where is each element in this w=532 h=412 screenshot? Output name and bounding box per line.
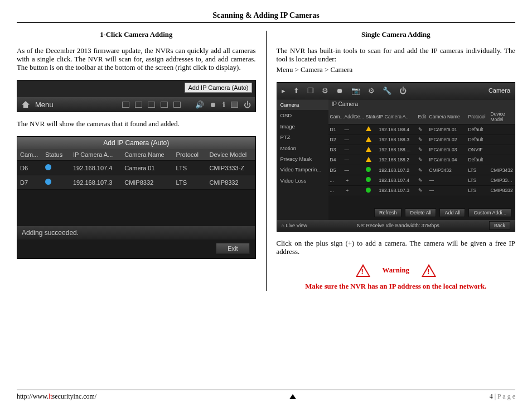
warning-triangle-icon: !	[422, 264, 436, 277]
power-icon[interactable]: ⏻	[399, 87, 407, 95]
camera-icon[interactable]: 📷	[351, 87, 360, 95]
gear2-icon[interactable]: ⚙	[368, 87, 375, 95]
live-view-link[interactable]: ⌂ Live View	[282, 223, 307, 229]
warning-icon	[366, 157, 371, 162]
warning-icon	[366, 147, 371, 152]
section-header: IP Camera	[328, 99, 515, 109]
col-header: IP Camera A...	[70, 149, 122, 161]
nvr-menubar: Menu 🔊 ⏺ ℹ ⏻	[17, 97, 255, 112]
sidebar-item[interactable]: Privacy Mask	[277, 154, 328, 164]
bandwidth-text: Net Receive Idle Bandwidth: 37Mbps	[357, 223, 439, 229]
status-text: Adding succeeded.	[17, 226, 255, 239]
col-header: Cam...	[328, 109, 343, 124]
footer: http://www.ltsecurityinc.com/ 4 | P a g …	[17, 390, 515, 401]
info-icon[interactable]: ℹ	[223, 100, 225, 109]
sidebar-item[interactable]: Image	[277, 121, 328, 132]
upload-icon[interactable]: ⬆	[293, 87, 299, 95]
layout-icon[interactable]	[122, 102, 129, 108]
page-title: Scanning & Adding IP Cameras	[17, 11, 515, 20]
ip-camera-table: Cam... Add/De... Status IP Camera A... E…	[328, 109, 515, 195]
wrench-icon[interactable]: 🔧	[383, 87, 391, 95]
col-header: Protocol	[173, 149, 207, 161]
camera-table: Cam... Status IP Camera A... Camera Name…	[17, 149, 255, 190]
gear-icon[interactable]: ⚙	[322, 87, 328, 95]
table-row[interactable]: ...＋192.168.107.3✎—LTSCMIP8332	[328, 185, 515, 195]
record-icon[interactable]: ⏺	[336, 87, 344, 95]
power-icon[interactable]: ⏻	[244, 100, 251, 109]
status-ok-icon	[366, 188, 371, 193]
table-row[interactable]: D4—192.168.188.2✎IPCamera 04Default	[328, 155, 515, 165]
layout-icon[interactable]	[161, 102, 168, 108]
dialog-title: Add IP Camera (Auto)	[17, 137, 255, 149]
sidebar: Camera OSD Image PTZ Motion Privacy Mask…	[277, 99, 328, 220]
play-icon[interactable]: ▸	[282, 87, 286, 95]
table-row[interactable]: ...＋192.168.107.4✎—LTSCMIP3333-Z	[328, 175, 515, 185]
menu-label[interactable]: Menu	[35, 100, 54, 109]
breadcrumb: Menu > Camera > Camera	[277, 66, 516, 74]
paragraph: The NVR will show the cameras that it fo…	[17, 120, 256, 128]
camera-management-screenshot: ▸ ⬆ ❐ ⚙ ⏺ 📷 ⚙ 🔧 ⏻ Camera Camera OSD	[277, 82, 516, 232]
sidebar-item[interactable]: Video Loss	[277, 175, 328, 186]
col-header: Camera Name	[122, 149, 173, 161]
layout-icon[interactable]	[135, 102, 142, 108]
section-heading-right: Single Camera Adding	[277, 31, 516, 39]
sidebar-item[interactable]: Video Tamperin...	[277, 164, 328, 175]
sidebar-item[interactable]: Motion	[277, 143, 328, 154]
status-dot-icon	[45, 164, 51, 170]
col-header: Device Model	[489, 109, 515, 124]
table-row[interactable]: D6 192.168.107.4 Camera 01 LTS CMIP3333-…	[17, 161, 255, 175]
paragraph: As of the December 2013 firmware update,…	[17, 47, 256, 72]
warning-icon	[366, 126, 371, 131]
col-header: Cam...	[17, 149, 42, 161]
tooltip-label: Add IP Camera (Auto)	[185, 83, 252, 93]
col-header: Device Model	[207, 149, 255, 161]
nvr-toolbar-screenshot: Add IP Camera (Auto) Menu 🔊 ⏺ ℹ ⏻	[17, 80, 256, 112]
overlap-icon[interactable]: ❐	[307, 87, 314, 95]
back-button[interactable]: Back	[489, 221, 510, 230]
table-row[interactable]: D5—192.168.107.2✎CMIP3432LTSCMIP3432	[328, 165, 515, 175]
table-row[interactable]: D3—192.168.188....✎IPCamera 03ONVIF	[328, 145, 515, 155]
top-icon-bar: ▸ ⬆ ❐ ⚙ ⏺ 📷 ⚙ 🔧 ⏻ Camera	[277, 83, 515, 99]
page-up-icon[interactable]	[289, 394, 296, 399]
record-icon[interactable]: ⏺	[210, 100, 217, 109]
page-number: 4 | P a g e	[490, 392, 515, 401]
table-row[interactable]: D2—192.168.188.3✎IPCamera 02Default	[328, 135, 515, 145]
status-ok-icon	[366, 167, 371, 172]
add-ip-camera-button[interactable]	[231, 102, 238, 108]
section-heading-left: 1-Click Camera Adding	[17, 31, 256, 39]
table-row[interactable]: D1—192.168.188.4✎IPCamera 01Default	[328, 124, 515, 135]
col-header: Edit	[417, 109, 428, 124]
custom-add-button[interactable]: Custom Addi...	[468, 208, 511, 217]
add-ip-camera-dialog: Add IP Camera (Auto) Cam... Status IP Ca…	[17, 136, 256, 259]
status-ok-icon	[366, 177, 371, 182]
warning-line: ! Warning !	[277, 264, 516, 277]
status-dot-icon	[45, 179, 51, 185]
warning-icon	[366, 137, 371, 142]
warning-text: Make sure the NVR has an IP address on t…	[277, 282, 516, 291]
warning-triangle-icon: !	[356, 264, 370, 277]
col-header: Add/De...	[343, 109, 364, 124]
sidebar-item[interactable]: OSD	[277, 110, 328, 121]
layout-icon[interactable]	[148, 102, 155, 108]
col-header: Status	[364, 109, 378, 124]
top-page-label: Camera	[489, 87, 510, 94]
paragraph: Click on the plus sign (+) to add a came…	[277, 239, 516, 256]
layout-icon[interactable]	[173, 102, 181, 108]
col-header: IP Camera A...	[378, 109, 417, 124]
horizontal-rule	[17, 22, 515, 23]
sidebar-item[interactable]: PTZ	[277, 132, 328, 142]
col-header: Protocol	[467, 109, 489, 124]
col-header: Camera Name	[428, 109, 467, 124]
sidebar-item[interactable]: Camera	[277, 99, 328, 110]
warning-label: Warning	[383, 266, 409, 275]
home-icon[interactable]	[22, 101, 30, 108]
refresh-button[interactable]: Refresh	[374, 208, 402, 217]
add-all-button[interactable]: Add All	[439, 208, 465, 217]
col-header: Status	[42, 149, 70, 161]
footer-url[interactable]: http://www.ltsecurityinc.com/	[17, 392, 96, 401]
volume-icon[interactable]: 🔊	[195, 100, 204, 109]
table-row[interactable]: D7 192.168.107.3 CMIP8332 LTS CMIP8332	[17, 175, 255, 190]
paragraph: The NVR has built-in tools to scan for a…	[277, 47, 516, 64]
exit-button[interactable]: Exit	[216, 243, 249, 254]
delete-all-button[interactable]: Delete All	[405, 208, 436, 217]
